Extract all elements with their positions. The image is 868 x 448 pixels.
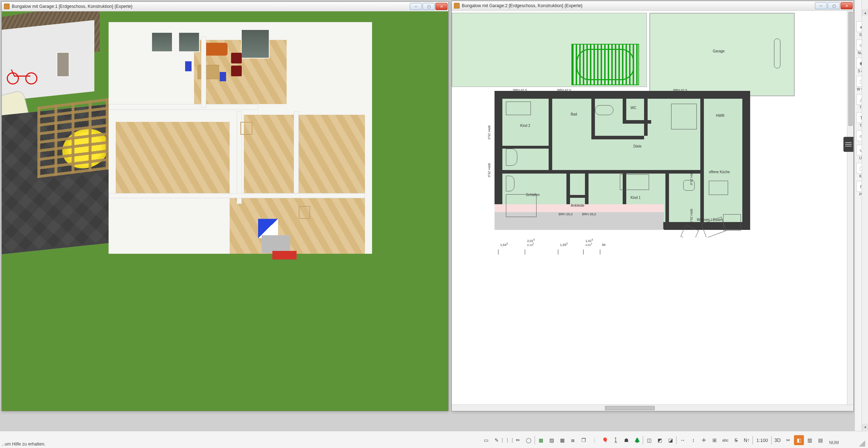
status-help-text: , um Hilfe zu erhalten.	[2, 442, 46, 447]
axis-icon[interactable]: ✛	[699, 435, 709, 445]
minimize-button[interactable]: ─	[410, 3, 422, 10]
patio-door	[241, 29, 270, 58]
abc-icon[interactable]: abc	[720, 435, 730, 445]
titlebar-plan[interactable]: Bungalow mit Garage:2 [Erdgeschoss, Kons…	[452, 1, 853, 11]
close-button[interactable]: ✕	[435, 3, 448, 10]
cube-icon[interactable]: ◫	[644, 435, 654, 445]
brh-label: BRH 25,0	[487, 125, 491, 139]
3d-icon[interactable]: 3D	[773, 435, 783, 445]
app-icon	[4, 4, 10, 9]
dimension-value: 88	[602, 243, 606, 247]
layers-icon[interactable]: ❐	[579, 435, 589, 445]
status-toolbar: , um Hilfe zu erhalten. ▭✎⋮⋮⋮✏◯▦▨▦≣❐❕🎈🚶☗…	[0, 431, 868, 448]
rooms-floor	[244, 115, 365, 200]
brh-label: BRH 25,0	[559, 212, 572, 216]
isoview-icon[interactable]: ◩	[655, 435, 665, 445]
bicycle	[7, 63, 39, 84]
grid-dots-icon[interactable]: ⋮⋮⋮	[502, 435, 512, 445]
window-title-3d: Bungalow mit Garage:1 [Erdgeschoss, Kons…	[12, 4, 410, 9]
info-icon[interactable]: ❕	[589, 435, 599, 445]
ellipse-icon[interactable]: ◯	[524, 435, 534, 445]
dimension-row: 1,6452,0152,1351,5551,0152,015881,0152,0…	[452, 237, 853, 257]
house-walls	[109, 22, 372, 254]
room-label: Bad	[571, 112, 577, 116]
armchair	[231, 53, 242, 63]
window-3d	[151, 32, 173, 52]
room-label-garage: Garage	[713, 49, 725, 53]
scroll-up-icon[interactable]: ▴	[862, 9, 868, 16]
balloon-icon[interactable]: 🎈	[600, 435, 610, 445]
brh-label: BRH 25,0	[487, 163, 491, 177]
dimension-value: 1,0152,015	[585, 238, 593, 247]
tree-icon[interactable]: 🌲	[632, 435, 642, 445]
tile-lines-icon[interactable]: ≣	[568, 435, 578, 445]
room-label: offene Küche	[709, 170, 730, 174]
dimension-value: 1,555	[560, 242, 568, 247]
stool	[299, 206, 310, 219]
room-label: Kind 1	[631, 196, 640, 200]
mat-red	[272, 251, 297, 259]
scrollbar-horizontal[interactable]	[452, 405, 853, 411]
scrollbar-vertical[interactable]	[847, 11, 853, 405]
scroll-down-icon[interactable]: ▾	[862, 424, 868, 430]
status-numlock: NUM	[829, 440, 839, 445]
isoview2-icon[interactable]: ◪	[665, 435, 675, 445]
panel-drag-handle[interactable]	[843, 137, 853, 152]
brh-label: BRH 25,0	[690, 209, 693, 223]
window-plan: Bungalow mit Garage:2 [Erdgeschoss, Kons…	[451, 1, 854, 411]
maximize-button[interactable]: ▢	[828, 2, 840, 9]
compass-icon[interactable]: N↑	[742, 435, 752, 445]
view-3d[interactable]	[2, 11, 448, 411]
pencil-icon[interactable]: ✏	[513, 435, 523, 445]
window-title-plan: Bungalow mit Garage:2 [Erdgeschoss, Kons…	[462, 3, 815, 8]
armchair	[231, 66, 242, 76]
titlebar-3d[interactable]: Bungalow mit Garage:1 [Erdgeschoss, Kons…	[2, 2, 448, 11]
window-3d: Bungalow mit Garage:1 [Erdgeschoss, Kons…	[1, 1, 449, 411]
scale-num: 1:100	[754, 435, 770, 445]
plant-icon[interactable]: ☗	[621, 435, 631, 445]
interior-door	[57, 52, 69, 77]
dim-h-icon[interactable]: ↔	[678, 435, 687, 445]
tile-green-icon[interactable]: ▦	[536, 435, 546, 445]
tile-grid-icon[interactable]: ▦	[557, 435, 567, 445]
brh-label: BRH 25,0	[582, 212, 596, 216]
dining-chair	[185, 61, 192, 71]
app-icon	[454, 3, 460, 9]
resize-grip-icon[interactable]	[859, 440, 865, 447]
dining-table	[198, 65, 219, 79]
views-icon[interactable]: ▤	[815, 435, 825, 445]
strike-icon[interactable]: S̶	[731, 435, 741, 445]
dimension-value: 1,645	[500, 242, 508, 247]
brh-label: BRH 25,0	[690, 171, 693, 185]
sofa	[204, 43, 228, 56]
close-button[interactable]: ✕	[841, 2, 853, 9]
rug	[262, 235, 290, 253]
minimize-button[interactable]: ─	[815, 2, 827, 9]
room-label: HWR	[716, 114, 725, 118]
bottom-toolbar: ▭✎⋮⋮⋮✏◯▦▨▦≣❐❕🎈🚶☗🌲◫◩◪↔↕✛⊞abcS̶N↑1:1003D✂◧…	[481, 434, 825, 446]
car-plan	[774, 38, 780, 68]
window-3d	[178, 32, 200, 52]
carport	[571, 44, 639, 85]
tile-diag-icon[interactable]: ▨	[547, 435, 556, 445]
dimension-value: 2,0152,135	[527, 238, 534, 247]
person-icon[interactable]: 🚶	[611, 435, 621, 445]
hall-floor	[116, 122, 230, 193]
dim-all-icon[interactable]: ⊞	[710, 435, 720, 445]
dim-v-icon[interactable]: ↕	[688, 435, 698, 445]
room-label: Ankleide	[571, 204, 584, 207]
cube-orange-icon[interactable]: ◧	[794, 435, 804, 445]
house-outline: Kind 2 Bad WC HWR Diele Schlafen Ankleid…	[495, 91, 750, 230]
tablet-icon[interactable]: ▭	[481, 435, 491, 445]
plan-viewport[interactable]: Garage BRH 62,5 BRH 62,5 BRH 62,5	[452, 11, 853, 411]
app-right-strip: ▴ ▾	[862, 0, 868, 431]
garage-block: Garage	[649, 13, 795, 96]
driveway	[2, 20, 94, 103]
cut-icon[interactable]: ✂	[783, 435, 793, 445]
panels-icon[interactable]: ▥	[805, 435, 815, 445]
dining-chair	[220, 72, 226, 81]
maximize-button[interactable]: ▢	[423, 3, 435, 10]
room-label: Kind 2	[520, 124, 530, 128]
bottom-room-floor	[230, 193, 365, 254]
room-label: WC	[631, 106, 637, 110]
